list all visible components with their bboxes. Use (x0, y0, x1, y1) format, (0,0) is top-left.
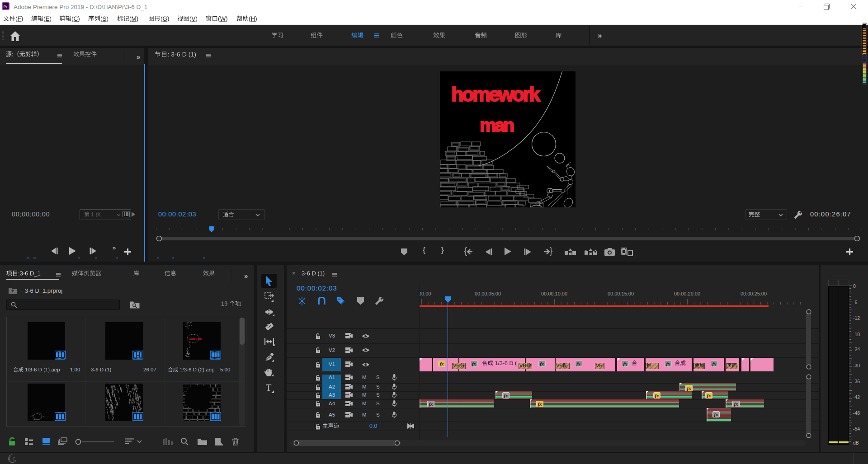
svg-text:T: T (266, 383, 271, 393)
svg-text:I want to play: I want to play (189, 338, 203, 340)
svg-text:homework: homework (451, 83, 541, 106)
svg-text:man: man (480, 115, 514, 136)
